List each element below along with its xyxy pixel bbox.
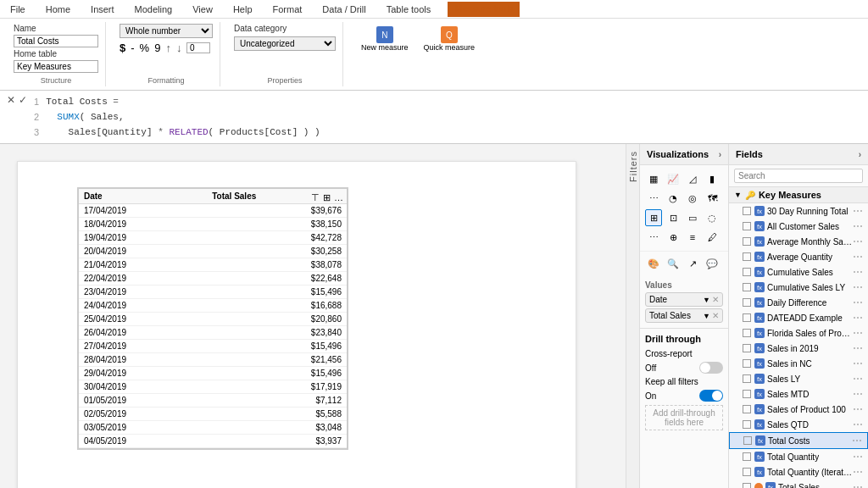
field-checkbox[interactable] [743,252,751,261]
keep-filters-toggle[interactable] [699,390,723,402]
viz-icon-map[interactable]: 🗺 [704,190,721,207]
field-item[interactable]: fxAll Customer Sales⋯ [729,219,868,234]
date-field-remove[interactable]: ✕ [712,295,719,304]
fields-panel-expand[interactable]: › [859,150,861,159]
field-item[interactable]: fxSales QTD⋯ [729,417,868,432]
viz-drill-through[interactable]: ↗ [684,255,701,272]
field-item[interactable]: fxSales LY⋯ [729,371,868,386]
field-checkbox[interactable] [743,468,751,476]
viz-icon-custom[interactable]: ⊕ [665,229,682,246]
viz-icon-format[interactable]: 🖊 [704,229,721,246]
field-item[interactable]: fx30 Day Running Total⋯ [729,203,868,219]
field-checkbox[interactable] [743,374,751,383]
field-options-icon[interactable]: ⋯ [853,451,863,463]
field-checkbox[interactable] [743,313,751,322]
add-drill-field[interactable]: Add drill-through fields here [645,405,723,430]
field-checkbox[interactable] [743,420,751,429]
field-options-icon[interactable]: ⋯ [853,220,863,232]
cross-report-toggle[interactable] [699,362,723,374]
field-checkbox[interactable] [743,283,751,291]
field-checkbox[interactable] [743,359,751,368]
field-checkbox[interactable] [743,344,751,352]
formula-content[interactable]: Total Costs = SUMX( Sales, Sales[Quantit… [46,94,861,140]
expand-icon[interactable]: ⊞ [323,192,331,203]
field-item[interactable]: fxSales of Product 100⋯ [729,402,868,417]
field-checkbox[interactable] [743,329,751,337]
field-options-icon[interactable]: ⋯ [853,327,863,339]
field-checkbox[interactable] [743,390,751,398]
field-options-icon[interactable]: ⋯ [853,466,863,478]
viz-icon-table[interactable]: ⊞ [645,209,662,226]
menu-help[interactable]: Help [230,3,256,16]
field-options-icon[interactable]: ⋯ [853,358,863,369]
field-checkbox[interactable] [743,405,751,413]
field-item[interactable]: fxSales in 2019⋯ [729,341,868,356]
field-options-icon[interactable]: ⋯ [853,419,863,430]
menu-table-tools[interactable]: Table tools [383,3,435,16]
viz-icon-bar[interactable]: ▦ [645,170,662,187]
search-input[interactable] [734,169,863,183]
field-options-icon[interactable]: ⋯ [853,205,863,217]
field-checkbox[interactable] [743,452,751,461]
viz-tooltip[interactable]: 💬 [704,255,721,272]
menu-home[interactable]: Home [42,3,74,16]
field-item[interactable]: fxTotal Quantity (Iteration)⋯ [729,464,868,480]
field-group-header[interactable]: ▼🔑Key Measures [729,187,868,203]
viz-icon-gauge[interactable]: ◌ [704,209,721,226]
viz-panel-expand[interactable]: › [719,150,721,159]
menu-modeling[interactable]: Modeling [131,3,176,16]
field-item[interactable]: fxFlorida Sales of Product 2...⋯ [729,325,868,341]
field-options-icon[interactable]: ⋯ [853,481,863,488]
viz-icon-donut[interactable]: ◎ [684,190,701,207]
field-item[interactable]: fxDaily Difference⋯ [729,295,868,310]
field-item[interactable]: fxSales MTD⋯ [729,386,868,402]
field-options-icon[interactable]: ⋯ [853,312,863,324]
field-options-icon[interactable]: ⋯ [853,251,863,263]
viz-icon-card[interactable]: ▭ [684,209,701,226]
viz-format-analyze[interactable]: 🔍 [665,255,682,272]
field-item[interactable]: fxDATEADD Example⋯ [729,310,868,325]
field-options-icon[interactable]: ⋯ [853,236,863,247]
field-options-icon[interactable]: ⋯ [853,388,863,400]
field-options-icon[interactable]: ⋯ [853,281,863,293]
formula-cancel-btn[interactable]: ✕ [7,94,15,106]
field-item[interactable]: fxAverage Quantity⋯ [729,249,868,264]
field-item[interactable]: fxSales in NC⋯ [729,356,868,371]
viz-icon-pie[interactable]: ◔ [665,190,682,207]
menu-insert[interactable]: Insert [87,3,118,16]
filter-icon[interactable]: ⊤ [311,192,320,203]
viz-icon-column[interactable]: ▮ [704,170,721,187]
total-sales-field-remove[interactable]: ✕ [712,311,719,320]
menu-format[interactable]: Format [270,3,306,16]
viz-icon-line[interactable]: 📈 [665,170,682,187]
viz-icon-more[interactable]: ⋯ [645,229,662,246]
field-options-icon[interactable]: ⋯ [853,297,863,308]
quick-measure-button[interactable]: Q Quick measure [420,24,480,54]
menu-view[interactable]: View [189,3,216,16]
field-options-icon[interactable]: ⋯ [852,435,862,446]
field-checkbox[interactable] [743,237,751,246]
field-checkbox[interactable] [743,207,751,215]
field-checkbox[interactable] [743,483,751,488]
menu-data-drill[interactable]: Data / Drill [319,3,369,16]
home-table-input[interactable] [14,60,98,73]
field-item[interactable]: fxTotal Quantity⋯ [729,449,868,464]
field-checkbox[interactable] [743,298,751,307]
more-icon[interactable]: … [334,192,343,203]
viz-icon-scatter[interactable]: ⋯ [645,190,662,207]
viz-icon-area[interactable]: ◿ [684,170,701,187]
field-options-icon[interactable]: ⋯ [853,266,863,278]
menu-file[interactable]: File [7,3,29,16]
field-checkbox[interactable] [743,436,752,445]
field-item[interactable]: fxCumulative Sales⋯ [729,264,868,280]
data-category-select[interactable]: Uncategorized [234,36,336,51]
decimal-input[interactable] [186,42,210,53]
number-type-select[interactable]: Whole number [120,24,213,38]
field-options-icon[interactable]: ⋯ [853,373,863,385]
viz-format-paint[interactable]: 🎨 [645,255,662,272]
measure-name-input[interactable] [14,35,98,47]
field-checkbox[interactable] [743,268,751,276]
field-item[interactable]: fxTotal Sales⋯ [729,480,868,488]
field-checkbox[interactable] [743,222,751,230]
field-item[interactable]: fxTotal Costs⋯ [729,432,868,449]
